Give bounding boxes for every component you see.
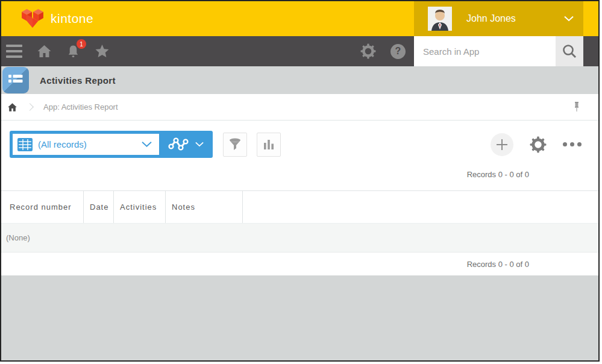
app-icon bbox=[2, 67, 29, 93]
records-table: Record number Date Activities Notes (Non… bbox=[1, 190, 598, 253]
page-footer-area bbox=[1, 275, 598, 360]
help-icon[interactable]: ? bbox=[390, 44, 406, 59]
settings-gear-icon[interactable] bbox=[360, 43, 376, 59]
filter-funnel-icon bbox=[228, 137, 242, 152]
add-record-button[interactable] bbox=[491, 133, 513, 156]
column-header-notes[interactable]: Notes bbox=[166, 191, 243, 223]
chevron-down-icon bbox=[564, 16, 574, 22]
home-icon[interactable] bbox=[37, 44, 52, 58]
global-nav-bar: 1 ? bbox=[1, 36, 598, 66]
page-title: Activities Report bbox=[40, 75, 116, 86]
app-search bbox=[414, 36, 583, 66]
empty-placeholder: (None) bbox=[6, 233, 30, 242]
user-menu[interactable]: John Jones bbox=[414, 1, 583, 36]
breadcrumb-app-label[interactable]: App: Activities Report bbox=[43, 102, 118, 111]
column-header-activities[interactable]: Activities bbox=[114, 191, 166, 223]
records-count-top: Records 0 - 0 of 0 bbox=[1, 158, 598, 190]
search-input[interactable] bbox=[414, 36, 556, 66]
graph-menu-button[interactable] bbox=[159, 131, 213, 158]
records-count-bottom: Records 0 - 0 of 0 bbox=[1, 253, 598, 275]
list-toolbar: (All records) bbox=[1, 121, 598, 158]
user-avatar bbox=[428, 7, 452, 31]
view-select-dropdown[interactable]: (All records) bbox=[13, 134, 159, 155]
breadcrumb: App: Activities Report bbox=[1, 94, 598, 121]
app-header: Activities Report bbox=[1, 66, 598, 94]
chart-button[interactable] bbox=[257, 133, 281, 157]
table-view-icon bbox=[17, 138, 33, 151]
brand-name: kintone bbox=[51, 11, 93, 26]
line-graph-icon bbox=[168, 137, 190, 152]
plus-icon bbox=[495, 138, 509, 151]
kintone-app-window: kintone John Jones bbox=[0, 0, 600, 362]
column-header-date[interactable]: Date bbox=[84, 191, 114, 223]
brand[interactable]: kintone bbox=[1, 8, 93, 29]
record-list-area: (All records) bbox=[1, 121, 598, 275]
search-icon bbox=[562, 43, 577, 59]
hamburger-menu-icon[interactable] bbox=[6, 45, 22, 58]
column-header-record-number[interactable]: Record number bbox=[1, 191, 84, 223]
empty-table-row: (None) bbox=[1, 223, 598, 253]
pin-icon[interactable] bbox=[573, 101, 580, 114]
kintone-logo-icon bbox=[21, 8, 44, 29]
bar-chart-icon bbox=[262, 138, 275, 151]
chevron-down-icon bbox=[195, 142, 204, 147]
notification-badge: 1 bbox=[77, 39, 86, 49]
user-name: John Jones bbox=[466, 13, 564, 24]
breadcrumb-separator-icon bbox=[26, 103, 34, 111]
favorites-star-icon[interactable] bbox=[95, 44, 110, 58]
view-switcher: (All records) bbox=[10, 131, 213, 158]
records-count-label: Records 0 - 0 of 0 bbox=[467, 260, 529, 269]
table-header-row: Record number Date Activities Notes bbox=[1, 191, 598, 223]
search-button[interactable] bbox=[556, 36, 583, 66]
more-options-ellipsis-icon[interactable] bbox=[563, 140, 582, 149]
records-count-label: Records 0 - 0 of 0 bbox=[467, 170, 529, 179]
app-settings-gear-icon[interactable] bbox=[530, 136, 547, 153]
notifications-bell-icon[interactable]: 1 bbox=[66, 44, 80, 58]
breadcrumb-home-icon[interactable] bbox=[7, 102, 17, 112]
nav-right-group: ? bbox=[360, 36, 598, 66]
selected-view-label: (All records) bbox=[38, 139, 142, 149]
filter-button[interactable] bbox=[223, 133, 247, 157]
top-bar: kintone John Jones bbox=[1, 1, 598, 36]
chevron-down-icon bbox=[142, 141, 152, 148]
toolbar-right-group bbox=[491, 133, 582, 156]
